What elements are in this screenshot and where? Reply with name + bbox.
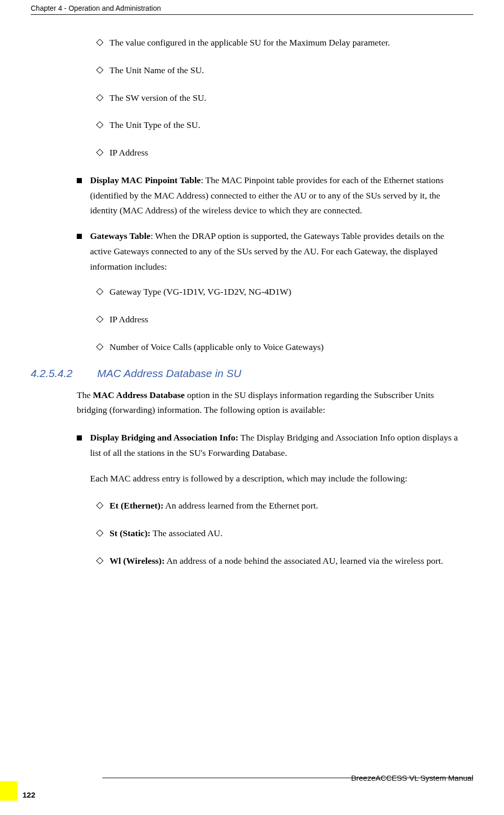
item-label: Wl (Wireless): — [109, 556, 165, 566]
item-text: IP Address — [109, 312, 463, 327]
page-footer: BreezeACCESS VL System Manual 122 — [0, 778, 504, 801]
item-text: Gateways Table: When the DRAP option is … — [90, 229, 463, 274]
diamond-bullet-icon — [96, 530, 103, 537]
diamond-bullet-icon — [96, 39, 103, 46]
diamond-bullet-icon — [96, 288, 103, 295]
sub-paragraph: Each MAC address entry is followed by a … — [77, 471, 463, 487]
text-bold: MAC Address Database — [93, 390, 185, 400]
list-item: Number of Voice Calls (applicable only t… — [77, 340, 463, 355]
item-text: Number of Voice Calls (applicable only t… — [109, 340, 463, 355]
item-text: IP Address — [109, 145, 463, 161]
square-bullet-icon — [77, 234, 82, 239]
list-item: IP Address — [77, 312, 463, 327]
item-text: Wl (Wireless): An address of a node behi… — [109, 554, 463, 569]
page-header: Chapter 4 - Operation and Administration — [31, 0, 473, 15]
item-label: Display MAC Pinpoint Table — [90, 175, 201, 185]
list-item: Wl (Wireless): An address of a node behi… — [77, 554, 463, 569]
diamond-bullet-icon — [96, 557, 103, 564]
section-heading: 4.2.5.4.2 MAC Address Database in SU — [31, 367, 463, 380]
footer-row: 122 — [0, 781, 504, 801]
diamond-bullet-icon — [96, 502, 103, 509]
item-label: Gateways Table — [90, 231, 150, 241]
section-number: 4.2.5.4.2 — [31, 367, 97, 380]
list-item: Display Bridging and Association Info: T… — [77, 430, 463, 461]
item-description: The associated AU. — [150, 528, 223, 538]
item-text: St (Static): The associated AU. — [109, 526, 463, 541]
page-number: 122 — [23, 790, 35, 801]
item-text: Display Bridging and Association Info: T… — [90, 430, 463, 461]
square-bullet-icon — [77, 178, 82, 183]
item-description: An address learned from the Ethernet por… — [163, 500, 318, 511]
list-item: The Unit Name of the SU. — [77, 63, 463, 78]
diamond-bullet-icon — [96, 94, 103, 101]
item-text: The Unit Name of the SU. — [109, 63, 463, 78]
yellow-block-icon — [0, 781, 17, 801]
diamond-bullet-icon — [96, 343, 103, 350]
text-pre: The — [77, 390, 93, 400]
square-bullet-icon — [77, 435, 82, 440]
item-text: Gateway Type (VG-1D1V, VG-1D2V, NG-4D1W) — [109, 284, 463, 300]
list-item: The SW version of the SU. — [77, 91, 463, 106]
diamond-bullet-icon — [96, 67, 103, 74]
manual-title: BreezeACCESS VL System Manual — [351, 774, 473, 782]
item-text: The SW version of the SU. — [109, 91, 463, 106]
item-label: Display Bridging and Association Info: — [90, 432, 238, 443]
item-text: Et (Ethernet): An address learned from t… — [109, 498, 463, 514]
item-text: The Unit Type of the SU. — [109, 118, 463, 133]
chapter-label: Chapter 4 - Operation and Administration — [31, 4, 161, 12]
diamond-bullet-icon — [96, 121, 103, 128]
diamond-bullet-icon — [96, 316, 103, 323]
list-item: Gateways Table: When the DRAP option is … — [77, 229, 463, 274]
list-item: Gateway Type (VG-1D1V, VG-1D2V, NG-4D1W) — [77, 284, 463, 300]
section-title: MAC Address Database in SU — [97, 367, 242, 380]
item-description: An address of a node behind the associat… — [165, 556, 443, 566]
paragraph: The MAC Address Database option in the S… — [77, 388, 463, 418]
list-item: The Unit Type of the SU. — [77, 118, 463, 133]
list-item: Display MAC Pinpoint Table: The MAC Pinp… — [77, 173, 463, 218]
item-label: St (Static): — [109, 528, 150, 538]
list-item: IP Address — [77, 145, 463, 161]
item-text: Display MAC Pinpoint Table: The MAC Pinp… — [90, 173, 463, 218]
item-label: Et (Ethernet): — [109, 500, 163, 511]
list-item: Et (Ethernet): An address learned from t… — [77, 498, 463, 514]
diamond-bullet-icon — [96, 149, 103, 156]
item-text: The value configured in the applicable S… — [109, 35, 463, 51]
main-content: The value configured in the applicable S… — [31, 35, 473, 569]
list-item: St (Static): The associated AU. — [77, 526, 463, 541]
list-item: The value configured in the applicable S… — [77, 35, 463, 51]
